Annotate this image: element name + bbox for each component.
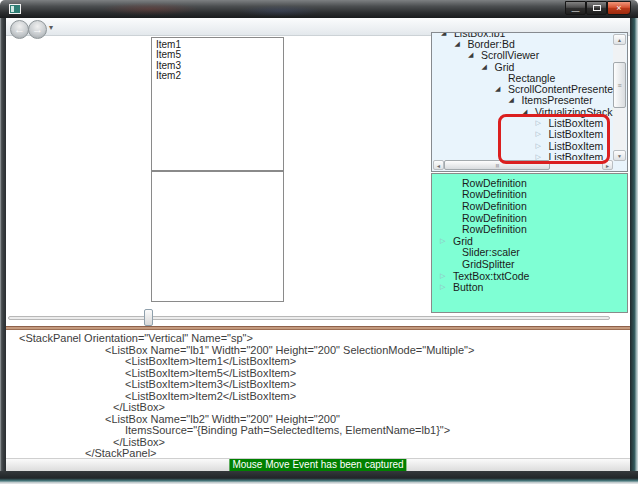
tree-item-label: ListBoxItem	[549, 117, 604, 129]
minimize-icon: —	[572, 6, 580, 15]
window-border-left	[0, 18, 6, 471]
tree-item[interactable]: Rectangle	[433, 72, 613, 83]
tree-item[interactable]: RowDefinition	[432, 177, 627, 189]
expander-expanded-icon: ◢	[495, 85, 508, 93]
back-button[interactable]: ←	[10, 20, 29, 39]
vertical-scroll-thumb[interactable]: ≡	[613, 62, 626, 108]
tree-item[interactable]: Slider:scaler	[432, 247, 627, 259]
visual-tree-viewport: ◢ListBox:lb1◢Border:Bd◢ScrollViewer◢Grid…	[433, 33, 613, 161]
code-line: </StackPanel>	[10, 448, 622, 457]
tree-item-label: ScrollViewer	[481, 49, 539, 61]
expander-collapsed-icon: ▷	[536, 130, 549, 138]
tree-item[interactable]: ▷ListBoxItem	[433, 140, 613, 151]
tree-item[interactable]: ◢VirtualizingStackPanel	[433, 106, 613, 117]
application-window: — × ← → ▾ Item1Item5Item3Item2 ◢ListBox:…	[0, 0, 638, 484]
tree-item-label: TextBox:txtCode	[453, 270, 529, 282]
grid-splitter[interactable]	[6, 326, 630, 330]
tree-item[interactable]: RowDefinition	[432, 212, 627, 224]
scroll-up-icon[interactable]: ▲	[613, 34, 626, 45]
window-border-bottom	[0, 471, 638, 484]
tree-horizontal-scrollbar[interactable]: ◄ ≡ ►	[433, 160, 613, 170]
tree-item-label: GridSplitter	[462, 258, 515, 270]
status-message: Mouse Move Event has been captured	[229, 459, 406, 471]
tree-item-label: Slider:scaler	[462, 246, 520, 258]
tree-item-label: RowDefinition	[462, 200, 527, 212]
expander-collapsed-icon: ▷	[440, 237, 453, 245]
tree-item-label: ItemsPresenter	[522, 94, 593, 106]
code-line: <ListBoxItem>Item2</ListBoxItem>	[10, 391, 622, 403]
expander-collapsed-icon: ▷	[440, 283, 453, 291]
code-line: <ListBox Name="lb1" Width="200" Height="…	[10, 345, 622, 357]
xaml-code-textbox[interactable]: <StackPanel Orientation="Vertical" Name=…	[10, 333, 622, 457]
expander-expanded-icon: ◢	[482, 63, 495, 71]
expander-expanded-icon: ◢	[441, 33, 454, 37]
tree-item[interactable]: ◢Border:Bd	[433, 38, 613, 49]
maximize-icon	[593, 5, 601, 11]
tree-item-label: RowDefinition	[462, 188, 527, 200]
grid-children-panel: RowDefinitionRowDefinitionRowDefinitionR…	[431, 173, 628, 313]
code-line: ItemsSource="{Binding Path=SelectedItems…	[10, 425, 622, 437]
back-arrow-icon: ←	[14, 23, 25, 35]
listbox-lb1[interactable]: Item1Item5Item3Item2	[151, 37, 284, 171]
tree-item[interactable]: ◢ScrollContentPresenter	[433, 83, 613, 94]
tree-item[interactable]: ▷TextBox:txtCode	[432, 270, 627, 282]
tree-item-label: RowDefinition	[462, 177, 527, 189]
expander-expanded-icon: ◢	[455, 40, 468, 48]
tree-item-label: RowDefinition	[462, 212, 527, 224]
code-line: <ListBoxItem>Item1</ListBoxItem>	[10, 356, 622, 368]
expander-expanded-icon: ◢	[509, 96, 522, 104]
nav-dropdown-icon[interactable]: ▾	[49, 23, 53, 32]
minimize-button[interactable]: —	[565, 1, 586, 15]
scaler-slider-thumb[interactable]	[144, 309, 153, 326]
list-item[interactable]: Item2	[156, 71, 283, 81]
horizontal-scroll-thumb[interactable]: ≡	[444, 160, 550, 170]
scroll-right-icon[interactable]: ►	[602, 160, 613, 170]
tree-item-label: ListBoxItem	[549, 140, 604, 152]
tree-item-label: ScrollContentPresenter	[508, 83, 613, 95]
close-icon: ×	[616, 3, 621, 13]
visual-tree-panel: ◢ListBox:lb1◢Border:Bd◢ScrollViewer◢Grid…	[431, 32, 628, 172]
expander-collapsed-icon: ▷	[536, 119, 549, 127]
window-border-right	[630, 18, 638, 471]
tree-item[interactable]: ▷Grid	[432, 235, 627, 247]
tree-item[interactable]: ▷Button	[432, 281, 627, 293]
tree-item-label: Grid	[453, 235, 473, 247]
scroll-left-icon[interactable]: ◄	[433, 160, 444, 170]
close-button[interactable]: ×	[607, 1, 631, 15]
tree-item-label: VirtualizingStackPanel	[535, 106, 613, 118]
tree-vertical-scrollbar[interactable]: ▲ ≡ ▼	[613, 34, 626, 161]
tree-item-label: Button	[453, 281, 483, 293]
expander-expanded-icon: ◢	[522, 108, 535, 116]
code-line: <ListBoxItem>Item5</ListBoxItem>	[10, 368, 622, 380]
tree-item-label: ListBoxItem	[549, 128, 604, 140]
tree-item[interactable]: RowDefinition	[432, 223, 627, 235]
expander-expanded-icon: ◢	[468, 51, 481, 59]
tree-item-label: Rectangle	[508, 72, 555, 84]
title-bar[interactable]: — ×	[0, 0, 638, 18]
expander-collapsed-icon: ▷	[440, 272, 453, 280]
tree-item[interactable]: RowDefinition	[432, 189, 627, 201]
tree-item[interactable]: ◢ScrollViewer	[433, 50, 613, 61]
tree-item[interactable]: ▷ListBoxItem	[433, 117, 613, 128]
tree-item-label: Grid	[495, 61, 515, 73]
forward-button[interactable]: →	[28, 20, 47, 39]
listbox-lb2[interactable]	[151, 171, 284, 302]
status-bar: Mouse Move Event has been captured	[6, 458, 630, 471]
code-line: <StackPanel Orientation="Vertical" Name=…	[10, 333, 622, 345]
forward-arrow-icon: →	[32, 23, 43, 35]
expander-collapsed-icon: ▷	[536, 142, 549, 150]
tree-item-label: RowDefinition	[462, 223, 527, 235]
tree-item[interactable]: GridSplitter	[432, 258, 627, 270]
maximize-button[interactable]	[586, 1, 607, 15]
scroll-down-icon[interactable]: ▼	[613, 150, 626, 161]
tree-item[interactable]: RowDefinition	[432, 200, 627, 212]
tree-item-label: Border:Bd	[468, 38, 515, 50]
scaler-slider-track[interactable]	[8, 316, 610, 320]
code-line: <ListBoxItem>Item3</ListBoxItem>	[10, 379, 622, 391]
tree-item[interactable]: ◢Grid	[433, 61, 613, 72]
tree-item[interactable]: ◢ItemsPresenter	[433, 95, 613, 106]
tree-item[interactable]: ▷ListBoxItem	[433, 129, 613, 140]
grip-icon: ≡	[493, 163, 502, 167]
app-icon	[9, 4, 21, 14]
code-line: </ListBox>	[10, 402, 622, 414]
